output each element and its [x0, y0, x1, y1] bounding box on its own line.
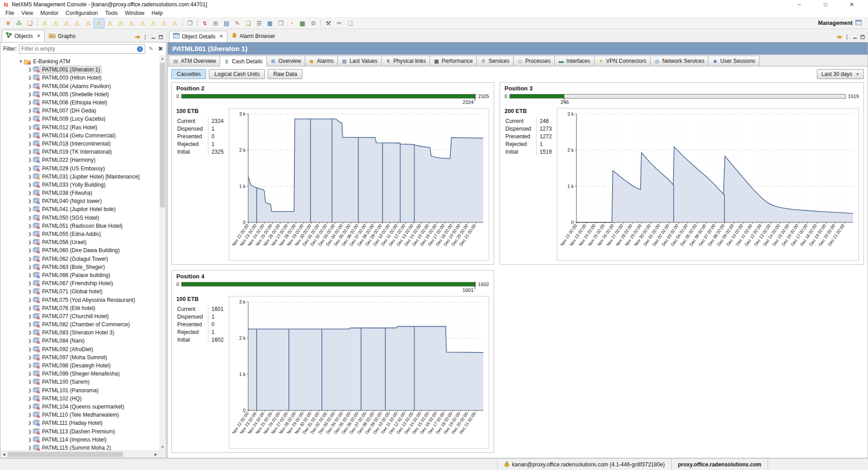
- tree-item-patml077[interactable]: ❯PATML077 (Churchill Hotel): [0, 312, 159, 320]
- tree-item-patml040[interactable]: ❯PATML040 (Nigist tower): [0, 197, 159, 205]
- expand-icon[interactable]: ❯: [27, 207, 33, 212]
- expand-icon[interactable]: ❯: [27, 281, 33, 286]
- minimize-window-icon[interactable]: –: [793, 1, 806, 8]
- scheduler-icon[interactable]: ◔: [286, 19, 297, 28]
- menu-configuration[interactable]: Configuration: [62, 9, 101, 17]
- collapse-icon[interactable]: ▼: [18, 59, 24, 64]
- tree-item-patml111[interactable]: ❯PATML111 (Haday Hotel): [0, 419, 159, 427]
- expand-icon[interactable]: ❯: [27, 306, 33, 310]
- server-config-icon[interactable]: ⚙: [308, 19, 319, 28]
- maximize-view-icon[interactable]: [859, 33, 866, 41]
- tree-item-patml067[interactable]: ❯PATML067 (Friendship Hotel): [0, 279, 159, 287]
- expand-icon[interactable]: ❯: [27, 224, 33, 228]
- tab-alarms[interactable]: ◉Alarms: [305, 56, 338, 66]
- tree-item-patml097[interactable]: ❯PATML097 (Moha Summit): [0, 353, 159, 362]
- expand-icon[interactable]: ❯: [27, 183, 33, 187]
- tools-icon[interactable]: ⚒: [323, 19, 334, 28]
- alarm-filter-2-icon[interactable]: ⚠: [50, 19, 61, 28]
- alarm-filter-9-icon[interactable]: ⚠: [126, 19, 137, 28]
- tree-item-patml012[interactable]: ❯PATML012 (Ras Hotel): [0, 123, 159, 132]
- tree-vscroll-thumb[interactable]: [160, 63, 165, 207]
- tree-item-patml102[interactable]: ❯PATML102 (HQ): [0, 395, 159, 403]
- tab-processes[interactable]: ◇Processes: [514, 56, 555, 66]
- open-console-icon[interactable]: ❦: [3, 19, 14, 28]
- alarm-filter-1-icon[interactable]: ⚠: [39, 19, 50, 28]
- editor-tab-alarm-browser[interactable]: Alarm Browser: [227, 30, 279, 42]
- alarm-filter-8-icon[interactable]: ⚠: [115, 19, 126, 28]
- tab-atm-overview[interactable]: ▤ATM Overview: [169, 56, 220, 66]
- menu-view[interactable]: View: [18, 9, 37, 17]
- maximize-view-icon[interactable]: [157, 33, 165, 41]
- expand-icon[interactable]: ❯: [27, 100, 33, 105]
- tab-interfaces[interactable]: ▬Interfaces: [555, 56, 594, 66]
- tree-item-patml001[interactable]: ❯PATML001 (Sheraton 1): [0, 66, 159, 74]
- menu-window[interactable]: Window: [122, 9, 148, 17]
- tree-item-patml066[interactable]: ❯PATML066 (Palace building): [0, 271, 159, 279]
- tree-item-patml060[interactable]: ❯PATML060 (Dire Dawa Building): [0, 246, 159, 254]
- close-tab-icon[interactable]: ✕: [219, 33, 223, 39]
- expand-icon[interactable]: ❯: [27, 125, 33, 130]
- tree-item-patml099[interactable]: ❯PATML099 (Sheger-Menafesha): [0, 370, 159, 378]
- tree-item-patml003[interactable]: ❯PATML003 (Hilton Hotel): [0, 74, 159, 82]
- tab-physical-links[interactable]: ↯Physical links: [382, 56, 430, 66]
- tree-item-patml056[interactable]: ❯PATML056 (Urael): [0, 238, 159, 246]
- filter-input[interactable]: [21, 46, 137, 52]
- expand-icon[interactable]: ❯: [27, 371, 33, 376]
- expand-icon[interactable]: ❯: [27, 67, 33, 72]
- filter-edit-icon[interactable]: ✎: [147, 46, 155, 52]
- scroll-right-icon[interactable]: ▶: [152, 451, 159, 458]
- alarm-filter-10-icon[interactable]: ⚠: [137, 19, 148, 28]
- minimize-view-icon[interactable]: [851, 33, 859, 41]
- tree-item-patml104[interactable]: ❯PATML104 (Queens supermarket): [0, 403, 159, 411]
- expand-icon[interactable]: ❯: [27, 298, 33, 302]
- tree-item-patml038[interactable]: ❯PATML038 (Filwuha): [0, 189, 159, 197]
- tree-item-patml051[interactable]: ❯PATML051 (Radisson Blue Hotel): [0, 222, 159, 230]
- expand-icon[interactable]: ❯: [27, 265, 33, 269]
- view-menu-icon[interactable]: ⋮: [142, 33, 149, 41]
- expand-icon[interactable]: ❯: [27, 248, 33, 253]
- close-window-icon[interactable]: ✕: [845, 1, 858, 8]
- expand-icon[interactable]: ❯: [27, 92, 33, 97]
- export-table-icon[interactable]: ▤: [221, 19, 232, 28]
- expand-icon[interactable]: ❯: [27, 166, 33, 171]
- network-discovery-icon[interactable]: ↯: [199, 19, 210, 28]
- tab-overview[interactable]: ⊞Overview: [267, 56, 305, 66]
- logical-cash-units-button[interactable]: Logical Cash Units: [209, 69, 265, 79]
- tree-item-patml031[interactable]: ❯PATML031 (Jupiter Hotel) [Maintenance]: [0, 173, 159, 181]
- tree-item-patml018[interactable]: ❯PATML018 (Intercontinental): [0, 140, 159, 148]
- refresh-view-icon[interactable]: [134, 33, 142, 41]
- expand-icon[interactable]: ❯: [27, 84, 33, 89]
- document-icon[interactable]: ❏: [243, 19, 254, 28]
- expand-icon[interactable]: ❯: [27, 338, 33, 343]
- expand-icon[interactable]: ❯: [27, 108, 33, 113]
- tree-item-patml014[interactable]: ❯PATML014 (Getu Commercial): [0, 132, 159, 140]
- tree-item-patml004[interactable]: ❯PATML004 (Adams Pavilion): [0, 82, 159, 90]
- expand-icon[interactable]: ❯: [27, 158, 33, 162]
- menu-help[interactable]: Help: [148, 9, 166, 17]
- tree-item-patml101[interactable]: ❯PATML101 (Panorama): [0, 386, 159, 395]
- exit-console-icon[interactable]: ❏: [24, 19, 35, 28]
- tree-item-patml005[interactable]: ❯PATML005 (Shebelle Hotel): [0, 90, 159, 99]
- tree-item-patml084[interactable]: ❯PATML084 (Nani): [0, 337, 159, 345]
- tree-item-patml110[interactable]: ❯PATML110 (Tele Medhanealem): [0, 411, 159, 419]
- alarm-filter-13-icon[interactable]: ⚠: [170, 19, 180, 28]
- expand-icon[interactable]: ❯: [27, 314, 33, 319]
- editor-tab-object-details[interactable]: Object Details✕: [169, 31, 227, 42]
- alarm-filter-7-icon[interactable]: ⚠: [104, 19, 115, 28]
- script-editor-icon[interactable]: ✑: [334, 19, 344, 28]
- panel-tab-objects[interactable]: Objects✕: [2, 30, 45, 42]
- alarm-filter-12-icon[interactable]: ⚠: [159, 19, 170, 28]
- expand-icon[interactable]: ❯: [27, 240, 33, 244]
- tree-item-patml098[interactable]: ❯PATML098 (Desalegh Hotel): [0, 362, 159, 370]
- tree-root-e-banking-atm[interactable]: ▼E-Banking ATM: [0, 57, 159, 66]
- expand-icon[interactable]: ❯: [27, 133, 33, 138]
- alarm-filter-4-icon[interactable]: ⚠: [72, 19, 83, 28]
- tree-hscroll-thumb[interactable]: [8, 452, 123, 457]
- expand-icon[interactable]: ❯: [27, 421, 33, 425]
- expand-icon[interactable]: ❯: [27, 216, 33, 220]
- tree-item-patml063[interactable]: ❯PATML063 (Bole_Sheger): [0, 263, 159, 271]
- maximize-window-icon[interactable]: □: [819, 1, 832, 8]
- filter-clear-icon[interactable]: ✖: [157, 46, 164, 52]
- tree-item-patml041[interactable]: ❯PATML041 (Jupitor Hotel bole): [0, 205, 159, 213]
- tab-cash-details[interactable]: $Cash Details: [220, 56, 267, 66]
